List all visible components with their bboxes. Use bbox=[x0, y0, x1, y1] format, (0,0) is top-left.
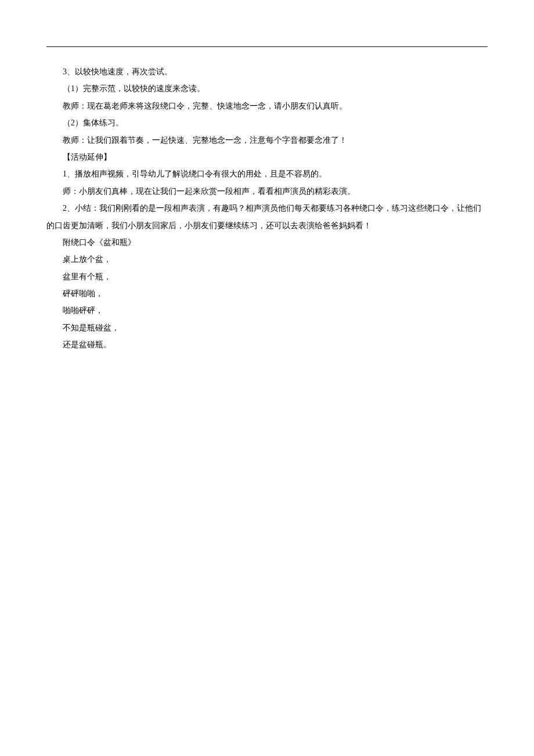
body-line: 教师：现在葛老师来将这段绕口令，完整、快速地念一念，请小朋友们认真听。 bbox=[46, 98, 488, 114]
body-line: 2、小结：我们刚刚看的是一段相声表演，有趣吗？相声演员他们每天都要练习各种绕口令… bbox=[46, 200, 488, 234]
body-line: 师：小朋友们真棒，现在让我们一起来欣赏一段相声，看看相声演员的精彩表演。 bbox=[46, 183, 488, 200]
document-body: 3、以较快地速度，再次尝试。 （1）完整示范，以较快的速度来念读。 教师：现在葛… bbox=[46, 63, 488, 354]
body-line: （2）集体练习。 bbox=[46, 114, 488, 131]
body-line: 3、以较快地速度，再次尝试。 bbox=[46, 63, 488, 80]
divider bbox=[46, 46, 488, 47]
body-line: 1、播放相声视频，引导幼儿了解说绕口令有很大的用处，且是不容易的。 bbox=[46, 165, 488, 182]
body-line: 还是盆碰瓶。 bbox=[46, 336, 488, 353]
body-line: 啪啪砰砰， bbox=[46, 302, 488, 319]
body-line: 【活动延伸】 bbox=[46, 149, 488, 165]
body-line: （1）完整示范，以较快的速度来念读。 bbox=[46, 80, 488, 97]
body-line: 桌上放个盆， bbox=[46, 251, 488, 268]
body-line: 盆里有个瓶， bbox=[46, 268, 488, 285]
body-line: 砰砰啪啪， bbox=[46, 285, 488, 302]
body-line: 教师：让我们跟着节奏，一起快速、完整地念一念，注意每个字音都要念准了！ bbox=[46, 132, 488, 149]
body-line: 不知是瓶碰盆， bbox=[46, 319, 488, 336]
body-line: 附绕口令《盆和瓶》 bbox=[46, 234, 488, 251]
